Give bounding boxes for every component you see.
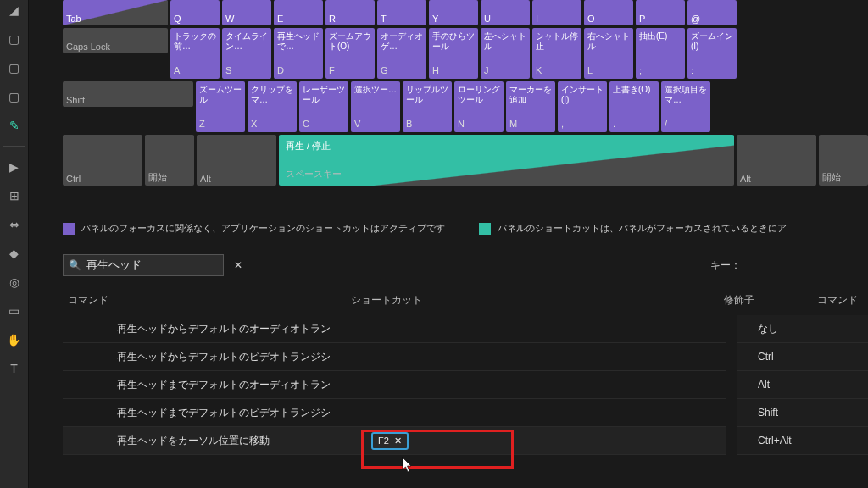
key-ctrl[interactable]: Ctrl	[63, 135, 142, 186]
key-c[interactable]: レーザーツールC	[299, 81, 348, 132]
key-u[interactable]: U	[481, 0, 530, 25]
search-row: 🔍 ✕	[63, 254, 868, 276]
key-section-label: キー：	[710, 258, 741, 273]
key-slash[interactable]: 選択項目をマ…/	[661, 81, 710, 132]
key-a[interactable]: トラックの前…A	[170, 28, 220, 79]
key-capslock[interactable]: Caps Lock	[63, 28, 168, 53]
key-tab[interactable]: Tab	[63, 0, 168, 25]
tool-toolbar: ◢ ▢ ▢ ▢ ✎ ▶ ⊞ ⇔ ◆ ◎ ▭ ✋ T	[0, 0, 29, 488]
tool-icon-generic[interactable]: ◢	[6, 2, 23, 19]
key-t[interactable]: T	[377, 0, 426, 25]
key-comma[interactable]: インサート(I),	[558, 81, 607, 132]
legend: パネルのフォーカスに関係なく、アプリケーションのショートカットはアクティブです …	[63, 222, 868, 235]
keyboard-map: Tab Q W E R T Y U I O P @ Caps Lock トラック…	[63, 0, 868, 188]
key-e[interactable]: E	[274, 0, 323, 25]
key-start-right[interactable]: 開始	[819, 135, 868, 186]
tool-icon-generic[interactable]: ▭	[6, 302, 23, 319]
header-command: コマンド	[63, 293, 351, 308]
cursor-icon	[402, 458, 414, 473]
key-w[interactable]: W	[222, 0, 271, 25]
modifier-row[interactable]: Shift	[737, 399, 868, 427]
key-j[interactable]: 左へシャトルJ	[481, 28, 530, 79]
column-headers: コマンド ショートカット 修飾子 コマンド	[63, 293, 868, 308]
command-row[interactable]: 再生ヘッドまでデフォルトのオーディオトラン	[63, 371, 726, 399]
key-n[interactable]: ローリングツールN	[454, 81, 504, 132]
tool-icon-generic[interactable]: ◎	[6, 274, 23, 291]
modifier-row[interactable]: Ctrl	[737, 343, 868, 371]
separator	[3, 146, 25, 147]
key-at[interactable]: @	[687, 0, 737, 25]
key-b[interactable]: リップルツールB	[403, 81, 452, 132]
hand-icon[interactable]: ✋	[6, 331, 23, 348]
key-z[interactable]: ズームツールZ	[196, 81, 245, 132]
remove-shortcut-icon[interactable]: ✕	[394, 435, 402, 446]
tool-icon-generic[interactable]: ⇔	[6, 216, 23, 233]
key-period[interactable]: 上書き(O).	[609, 81, 659, 132]
pen-icon[interactable]: ✎	[6, 117, 23, 134]
modifier-row[interactable]: なし	[737, 315, 868, 343]
legend-panel-text: パネルのショートカットは、パネルがフォーカスされているときにア	[498, 222, 787, 235]
main-content: Tab Q W E R T Y U I O P @ Caps Lock トラック…	[29, 0, 868, 488]
key-f[interactable]: ズームアウト(O)F	[326, 28, 375, 79]
key-alt-right[interactable]: Alt	[737, 135, 816, 186]
tool-icon-generic[interactable]: ◆	[6, 245, 23, 262]
header-modifier: 修飾子	[715, 293, 817, 308]
arrow-icon[interactable]: ▶	[6, 158, 23, 175]
key-d[interactable]: 再生ヘッドで…D	[274, 28, 323, 79]
search-icon: 🔍	[69, 259, 81, 271]
search-input[interactable]	[86, 259, 229, 272]
key-alt[interactable]: Alt	[197, 135, 276, 186]
clear-search-icon[interactable]: ✕	[234, 259, 242, 271]
key-p[interactable]: P	[636, 0, 685, 25]
key-r[interactable]: R	[326, 0, 375, 25]
key-s[interactable]: タイムライン…S	[222, 28, 271, 79]
key-o[interactable]: O	[584, 0, 633, 25]
command-row-selected[interactable]: 再生ヘッドをカーソル位置に移動 F2 ✕	[63, 427, 726, 455]
key-space[interactable]: 再生 / 停止 スペースキー	[279, 135, 734, 186]
type-icon[interactable]: T	[6, 360, 23, 377]
modifier-list: なし Ctrl Alt Shift Ctrl+Alt	[737, 315, 868, 455]
key-x[interactable]: クリップをマ…X	[248, 81, 297, 132]
key-colon[interactable]: ズームイン(I):	[687, 28, 737, 79]
swatch-teal	[479, 223, 491, 235]
modifier-row[interactable]: Ctrl+Alt	[737, 427, 868, 455]
key-v[interactable]: 選択ツー…V	[351, 81, 400, 132]
key-y[interactable]: Y	[429, 0, 478, 25]
key-g[interactable]: オーディオゲ…G	[377, 28, 426, 79]
command-row[interactable]: 再生ヘッドまでデフォルトのビデオトランジシ	[63, 399, 726, 427]
key-shift[interactable]: Shift	[63, 81, 193, 107]
tool-icon-generic[interactable]: ▢	[6, 88, 23, 105]
tool-icon-generic[interactable]: ▢	[6, 59, 23, 76]
legend-app-text: パネルのフォーカスに関係なく、アプリケーションのショートカットはアクティブです	[81, 222, 445, 235]
header-shortcut: ショートカット	[351, 293, 704, 308]
key-h[interactable]: 手のひらツールH	[429, 28, 478, 79]
command-row[interactable]: 再生ヘッドからデフォルトのビデオトランジシ	[63, 343, 726, 371]
shortcut-chip[interactable]: F2 ✕	[371, 432, 409, 450]
key-i[interactable]: I	[532, 0, 581, 25]
key-l[interactable]: 右へシャトルL	[584, 28, 633, 79]
shortcut-key-label: F2	[378, 435, 389, 446]
header-command2: コマンド	[817, 293, 868, 308]
tool-icon-generic[interactable]: ⊞	[6, 187, 23, 204]
modifier-row[interactable]: Alt	[737, 371, 868, 399]
key-q[interactable]: Q	[170, 0, 220, 25]
search-box[interactable]: 🔍 ✕	[63, 254, 224, 276]
key-start[interactable]: 開始	[145, 135, 194, 186]
key-m[interactable]: マーカーを追加M	[506, 81, 555, 132]
swatch-purple	[63, 223, 75, 235]
key-k[interactable]: シャトル停止K	[532, 28, 581, 79]
command-list: 再生ヘッドからデフォルトのオーディオトラン 再生ヘッドからデフォルトのビデオトラ…	[63, 315, 726, 455]
key-semicolon[interactable]: 抽出(E);	[636, 28, 685, 79]
command-row[interactable]: 再生ヘッドからデフォルトのオーディオトラン	[63, 315, 726, 343]
tool-icon-generic[interactable]: ▢	[6, 30, 23, 47]
